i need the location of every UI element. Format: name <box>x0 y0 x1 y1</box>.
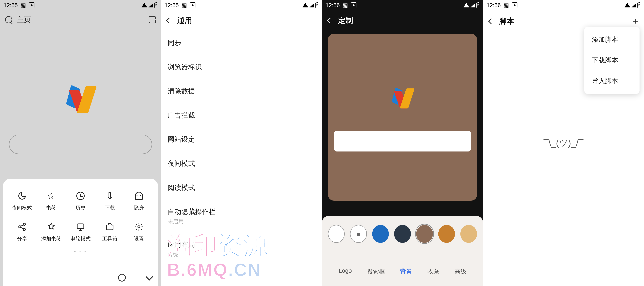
menu-sheet: 夜间模式 ☆书签 历史 ⇩下载 隐身 分享 添加书签 电脑模式 工具箱 设置 ●… <box>3 179 158 286</box>
tabs-icon[interactable] <box>149 16 156 23</box>
search-icon[interactable] <box>5 16 12 23</box>
badge-a-icon: A <box>351 2 356 8</box>
color-image[interactable] <box>350 225 367 243</box>
wifi-icon <box>624 3 630 7</box>
phone-customize: 12:56▧A 定制 Logo 搜索框 背景 收藏 高级 <box>322 0 483 286</box>
item-sync[interactable]: 同步 <box>161 31 322 55</box>
tab-searchbox[interactable]: 搜索框 <box>367 267 385 276</box>
page-dots: ● ○ ○ <box>8 250 154 253</box>
badge-a-icon: A <box>512 2 518 8</box>
menu-bookmarks[interactable]: ☆书签 <box>37 191 66 211</box>
phone-general-settings: 12:55▧A 通用 同步 浏览器标识 清除数据 广告拦截 网站设定 夜间模式 … <box>161 0 322 286</box>
wifi-icon <box>141 3 147 7</box>
signal-icon <box>310 3 314 7</box>
color-row <box>328 225 477 243</box>
page-title: 脚本 <box>499 16 514 26</box>
battery-icon <box>154 2 158 8</box>
item-clear-data[interactable]: 清除数据 <box>161 79 322 103</box>
back-button[interactable] <box>166 18 172 24</box>
color-tan[interactable] <box>460 225 477 243</box>
svg-point-1 <box>19 226 21 228</box>
menu-settings[interactable]: 设置 <box>124 222 154 242</box>
signal-icon <box>470 3 475 7</box>
phone-scripts: 12:56▧A 脚本 + ¯\_(ツ)_/¯ 添加脚本 下载脚本 导入脚本 <box>483 0 644 286</box>
menu-desktop-mode[interactable]: 电脑模式 <box>66 222 95 242</box>
item-app-layout[interactable]: 应用布局 传统 <box>161 233 322 266</box>
signal-icon <box>632 3 636 7</box>
status-bar: 12:56▧A <box>322 0 483 10</box>
toolbar: 主页 <box>0 10 161 27</box>
empty-state: ¯\_(ツ)_/¯ <box>544 137 583 149</box>
wifi-icon <box>302 3 308 7</box>
settings-list: 同步 浏览器标识 清除数据 广告拦截 网站设定 夜间模式 阅读模式 自动隐藏操作… <box>161 31 322 266</box>
color-blue[interactable] <box>372 225 389 243</box>
battery-icon <box>476 2 480 8</box>
badge-a-icon: A <box>190 2 196 8</box>
item-adblock[interactable]: 广告拦截 <box>161 103 322 127</box>
search-input[interactable] <box>9 135 152 154</box>
status-bar: 12:55 ▧ A <box>0 0 161 10</box>
color-dark[interactable] <box>394 225 411 243</box>
battery-icon <box>638 2 640 8</box>
svg-point-2 <box>23 228 26 231</box>
add-menu: 添加脚本 下载脚本 导入脚本 <box>584 27 640 94</box>
back-button[interactable] <box>327 18 333 24</box>
signal-icon <box>148 3 153 7</box>
color-white[interactable] <box>328 225 345 243</box>
menu-download[interactable]: ⇩下载 <box>95 191 124 211</box>
item-auto-hide[interactable]: 自动隐藏操作栏 未启用 <box>161 200 322 233</box>
menu-download-script[interactable]: 下载脚本 <box>584 50 640 71</box>
header: 定制 <box>322 10 483 31</box>
item-user-agent[interactable]: 浏览器标识 <box>161 55 322 79</box>
preview-search-bar <box>334 131 471 151</box>
svg-rect-3 <box>77 224 84 229</box>
menu-night-mode[interactable]: 夜间模式 <box>8 191 37 211</box>
customize-panel: Logo 搜索框 背景 收藏 高级 <box>322 216 483 286</box>
preview-canvas <box>328 34 477 201</box>
svg-point-0 <box>23 223 26 225</box>
back-button[interactable] <box>488 18 494 24</box>
status-bar: 12:56▧A <box>483 0 644 10</box>
menu-history[interactable]: 历史 <box>66 191 95 211</box>
menu-share[interactable]: 分享 <box>8 222 37 242</box>
header: 通用 <box>161 10 322 31</box>
svg-point-5 <box>138 226 140 228</box>
picture-icon: ▧ <box>20 2 26 8</box>
badge-a-icon: A <box>29 2 34 8</box>
menu-add-bookmark[interactable]: 添加书签 <box>37 222 66 242</box>
collapse-button[interactable] <box>146 273 153 281</box>
app-logo <box>65 84 96 114</box>
tab-advanced[interactable]: 高级 <box>454 267 466 276</box>
battery-icon <box>316 2 318 8</box>
color-brown[interactable] <box>416 225 433 243</box>
tab-background[interactable]: 背景 <box>400 267 412 276</box>
picture-icon: ▧ <box>342 2 348 8</box>
status-time: 12:56 <box>326 2 340 8</box>
page-title: 定制 <box>338 16 353 26</box>
exit-button[interactable] <box>118 274 126 282</box>
page-title: 主页 <box>17 15 31 24</box>
picture-icon: ▧ <box>182 2 187 8</box>
status-bar: 12:55▧A <box>161 0 322 10</box>
page-title: 通用 <box>177 16 192 26</box>
status-time: 12:56 <box>486 2 501 8</box>
color-orange[interactable] <box>438 225 455 243</box>
add-button[interactable]: + <box>632 16 638 27</box>
menu-incognito[interactable]: 隐身 <box>124 191 154 211</box>
menu-import-script[interactable]: 导入脚本 <box>584 71 640 91</box>
status-time: 12:55 <box>164 2 179 8</box>
tab-favorites[interactable]: 收藏 <box>428 267 439 276</box>
item-night-mode[interactable]: 夜间模式 <box>161 151 322 176</box>
status-time: 12:55 <box>4 2 18 8</box>
item-site-settings[interactable]: 网站设定 <box>161 127 322 151</box>
item-reading-mode[interactable]: 阅读模式 <box>161 176 322 200</box>
app-logo <box>391 87 414 109</box>
picture-icon: ▧ <box>504 2 509 8</box>
svg-rect-4 <box>106 225 113 230</box>
wifi-icon <box>463 3 469 7</box>
phone-home: 12:55 ▧ A 主页 夜间模式 ☆书签 历史 ⇩下载 隐身 分享 添加书签 … <box>0 0 161 286</box>
tab-logo[interactable]: Logo <box>338 267 352 276</box>
menu-add-script[interactable]: 添加脚本 <box>584 29 640 50</box>
menu-toolbox[interactable]: 工具箱 <box>95 222 124 242</box>
customize-tabs: Logo 搜索框 背景 收藏 高级 <box>328 267 477 282</box>
